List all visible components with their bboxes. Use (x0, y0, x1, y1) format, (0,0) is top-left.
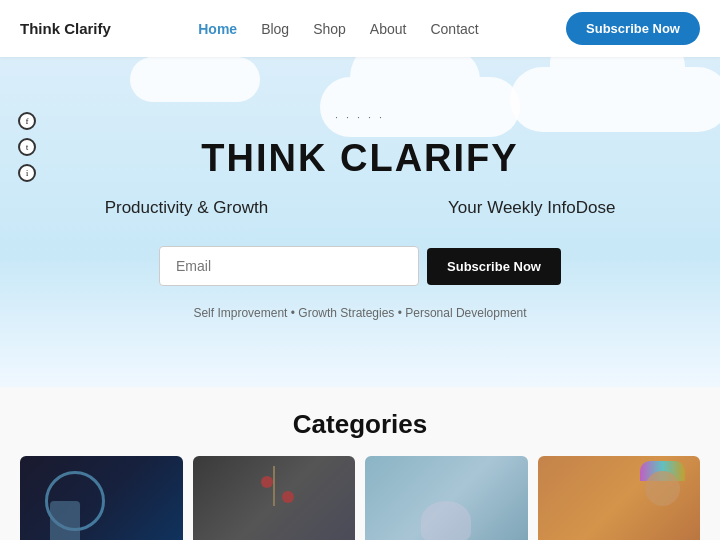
card-decoration-berry-1 (261, 476, 273, 488)
category-card-4[interactable] (538, 456, 701, 540)
category-card-3[interactable] (365, 456, 528, 540)
nav-subscribe-button[interactable]: Subscribe Now (566, 12, 700, 45)
category-card-1[interactable] (20, 456, 183, 540)
hero-subtitles: Productivity & Growth Your Weekly InfoDo… (20, 198, 700, 218)
nav-item-shop[interactable]: Shop (313, 20, 346, 38)
card-decoration-stem (273, 466, 275, 506)
hero-subtitle-left: Productivity & Growth (105, 198, 268, 218)
brand-logo[interactable]: Think Clarify (20, 20, 111, 37)
hero-tags: Self Improvement • Growth Strategies • P… (20, 306, 700, 320)
card-decoration-head (645, 471, 680, 506)
nav-item-contact[interactable]: Contact (430, 20, 478, 38)
category-card-2[interactable] (193, 456, 356, 540)
hero-title: THINK CLARIFY (20, 137, 700, 180)
nav-item-about[interactable]: About (370, 20, 407, 38)
hero-content: THINK CLARIFY Productivity & Growth Your… (20, 77, 700, 320)
navbar: Think Clarify Home Blog Shop About Conta… (0, 0, 720, 57)
nav-links: Home Blog Shop About Contact (198, 20, 478, 38)
card-decoration-figure (50, 501, 80, 540)
nav-item-blog[interactable]: Blog (261, 20, 289, 38)
categories-grid (20, 456, 700, 540)
categories-section: Categories (0, 387, 720, 540)
hero-section: f t i · · · · · THINK CLARIFY Productivi… (0, 57, 720, 387)
email-form: Subscribe Now (20, 246, 700, 286)
categories-title: Categories (20, 409, 700, 440)
card-decoration-dessert (421, 501, 471, 540)
email-input[interactable] (159, 246, 419, 286)
card-decoration-berry-2 (282, 491, 294, 503)
nav-item-home[interactable]: Home (198, 20, 237, 38)
hero-subtitle-right: Your Weekly InfoDose (448, 198, 615, 218)
hero-subscribe-button[interactable]: Subscribe Now (427, 248, 561, 285)
